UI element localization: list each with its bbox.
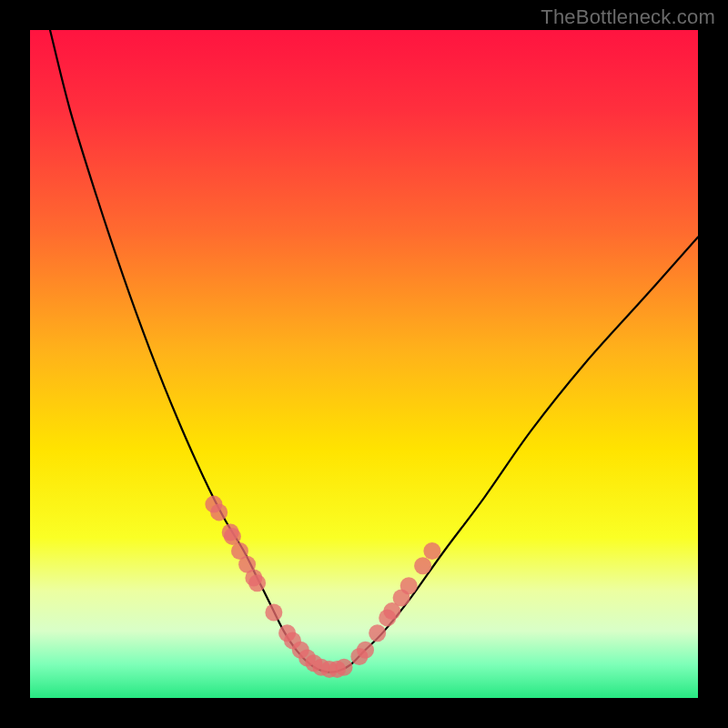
curve-markers xyxy=(205,496,440,678)
bottleneck-curve xyxy=(50,30,698,672)
plot-area xyxy=(30,30,698,698)
marker-point xyxy=(357,642,374,659)
marker-point xyxy=(369,624,386,642)
chart-svg xyxy=(30,30,698,698)
marker-point xyxy=(423,542,440,560)
marker-point xyxy=(248,574,266,592)
marker-point xyxy=(224,528,241,545)
watermark-text: TheBottleneck.com xyxy=(541,5,715,29)
outer-frame: TheBottleneck.com xyxy=(0,0,728,728)
marker-point xyxy=(210,503,228,521)
marker-point xyxy=(414,557,431,574)
marker-point xyxy=(265,604,282,622)
marker-point xyxy=(336,659,353,676)
marker-point xyxy=(400,577,418,594)
